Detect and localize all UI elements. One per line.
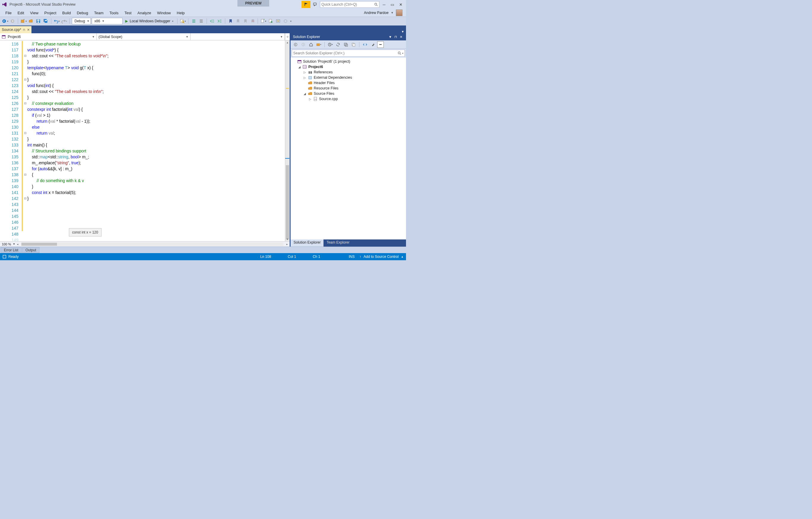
nav-forward-button[interactable] [9,18,16,24]
nav-member-dropdown[interactable]: ▼ [191,33,285,40]
start-debug-button[interactable]: ▶Local Windows Debugger▾ [123,18,175,24]
solution-tree[interactable]: Solution 'Project6' (1 project)◢++Projec… [291,58,406,240]
find-in-files-button[interactable]: ▾ [179,18,186,24]
notifications-flag-icon[interactable] [301,1,311,8]
se-show-all-files-icon[interactable] [350,41,357,48]
se-sync-icon[interactable] [335,41,341,48]
publish-icon[interactable]: ↑ [359,254,361,259]
quick-launch[interactable] [320,1,379,8]
vertical-scrollbar[interactable]: ▲ ▼ [285,40,290,241]
menu-window[interactable]: Window [154,10,174,16]
feedback-icon[interactable] [312,1,319,8]
open-file-button[interactable] [28,18,34,24]
next-bookmark-button[interactable] [242,18,249,24]
se-forward-icon[interactable] [300,41,307,48]
tree-row[interactable]: Solution 'Project6' (1 project) [291,59,405,64]
menu-analyze[interactable]: Analyze [135,10,154,16]
tree-row[interactable]: Resource Files [291,86,405,91]
menu-team[interactable]: Team [91,10,107,16]
solution-config-dropdown[interactable]: Debug▼ [72,18,91,24]
unknown-tb-3[interactable] [282,18,289,24]
solution-explorer-search-input[interactable] [293,51,398,55]
solution-platform-dropdown[interactable]: x86▼ [92,18,122,24]
avatar[interactable] [396,9,402,16]
document-tab[interactable]: Source.cpp* ⊓ ✕ [0,26,31,33]
user-account[interactable]: Andrew Pardoe ▼ [364,9,404,16]
chevron-up-icon[interactable]: ▲ [401,255,404,258]
menu-view[interactable]: View [27,10,41,16]
se-back-icon[interactable] [292,41,299,48]
hscroll-left-icon[interactable]: ◂ [17,243,19,246]
se-solutions-folders-icon[interactable]: ▾ [316,41,322,48]
se-pending-changes-icon[interactable]: ▾ [327,41,334,48]
maximize-button[interactable]: ▭ [389,1,396,8]
menu-help[interactable]: Help [174,10,188,16]
hscroll-right-icon[interactable]: ▸ [286,243,288,246]
tree-row[interactable]: ▷External Dependencies [291,75,405,80]
bookmark-button[interactable] [227,18,234,24]
menu-test[interactable]: Test [121,10,135,16]
comment-button[interactable] [191,18,197,24]
decrease-indent-button[interactable] [209,18,215,24]
nav-back-button[interactable]: ▾ [2,18,8,24]
fold-column[interactable]: ⊟ ⊟ ⊟ ⊟ ⊟ ⊟ [23,40,27,241]
unknown-tb-1[interactable] [267,18,274,24]
tree-row[interactable]: ◢++Project6 [291,64,405,70]
se-home-icon[interactable] [308,41,314,48]
status-col[interactable]: Col 1 [288,254,296,259]
clear-bookmarks-button[interactable] [250,18,256,24]
code-content[interactable]: // Two-phase name lookupvoid func(void*)… [27,40,285,241]
scrollbar-thumb[interactable] [286,165,289,240]
unknown-tb-2[interactable] [275,18,281,24]
solution-explorer-search[interactable]: ▾ [292,50,405,57]
nav-scope-dropdown[interactable]: (Global Scope) ▼ [97,33,191,40]
increase-indent-button[interactable] [216,18,223,24]
menu-project[interactable]: Project [41,10,59,16]
uncomment-button[interactable] [198,18,204,24]
pin-icon[interactable]: ⊓ [393,34,398,39]
save-all-button[interactable] [42,18,49,24]
pin-icon[interactable]: ⊓ [23,28,25,31]
se-properties-icon[interactable] [370,41,376,48]
quick-launch-input[interactable] [321,2,374,6]
minimize-button[interactable]: ─ [380,1,387,8]
menu-debug[interactable]: Debug [74,10,91,16]
undo-button[interactable]: ▾ [53,18,60,24]
source-control-button[interactable]: Add to Source Control [364,254,399,259]
panel-tab-team-explorer[interactable]: Team Explorer [323,240,352,247]
new-item-button[interactable]: ▾ [260,18,266,24]
zoom-dropdown-icon[interactable]: ▼ [13,243,15,245]
se-preview-icon[interactable] [377,41,384,48]
horizontal-scrollbar[interactable] [21,242,284,246]
status-ins[interactable]: INS [349,254,355,259]
se-collapse-all-icon[interactable] [343,41,349,48]
close-tab-icon[interactable]: ✕ [27,28,30,32]
tool-tab-error-list[interactable]: Error List [1,247,22,253]
close-panel-icon[interactable]: ✕ [398,34,404,39]
toolbar-overflow-icon[interactable]: ▾ [290,20,291,23]
tree-row[interactable]: Header Files [291,80,405,86]
panel-tab-solution-explorer[interactable]: Solution Explorer [291,240,323,247]
zoom-level[interactable]: 100 % [2,242,11,246]
tab-well-menu-icon[interactable]: ▼ [400,30,406,33]
menu-tools[interactable]: Tools [107,10,121,16]
save-button[interactable] [35,18,41,24]
se-view-code-icon[interactable] [362,41,368,48]
redo-button[interactable]: ▾ [61,18,67,24]
nav-project-dropdown[interactable]: Project6 ▼ [0,33,97,40]
panel-menu-icon[interactable]: ▼ [387,34,393,39]
status-ch[interactable]: Ch 1 [313,254,320,259]
new-project-button[interactable]: ▾ [20,18,27,24]
close-button[interactable]: ✕ [397,1,404,8]
menu-build[interactable]: Build [59,10,74,16]
tree-row[interactable]: ▷References [291,70,405,75]
menu-file[interactable]: File [2,10,14,16]
menu-edit[interactable]: Edit [14,10,27,16]
tree-row[interactable]: ◢Source Files [291,91,405,96]
tree-row[interactable]: ▷++Source.cpp [291,96,405,102]
status-line[interactable]: Ln 108 [260,254,271,259]
tool-tab-output[interactable]: Output [22,247,39,253]
search-options-icon[interactable]: ▾ [402,52,403,55]
split-editor-icon[interactable] [285,33,290,40]
prev-bookmark-button[interactable] [235,18,241,24]
